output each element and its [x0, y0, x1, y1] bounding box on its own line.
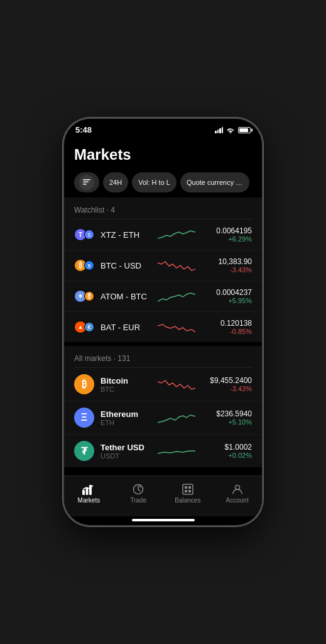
xtz-secondary-icon: Ξ [84, 230, 94, 240]
btc-change: -3.43% [202, 266, 252, 274]
watchlist-title: Watchlist · 4 [74, 206, 115, 214]
bitcoin-icon: ₿ [74, 374, 94, 394]
xtz-eth-icons: T Ξ [74, 228, 94, 241]
watchlist-section: Watchlist · 4 T Ξ XTZ - ETH 0.0064195 [64, 197, 262, 342]
bat-eur-icons: ▲ € [74, 321, 94, 333]
svg-rect-3 [82, 490, 85, 495]
ethereum-price: $236.5940 [202, 409, 252, 418]
trade-icon [133, 484, 144, 495]
account-icon [232, 484, 243, 495]
bat-secondary-icon: € [84, 322, 94, 332]
nav-trade[interactable]: Trade [114, 481, 163, 506]
status-icons [215, 127, 251, 133]
svg-rect-1 [83, 182, 89, 183]
ethereum-chart [158, 409, 195, 426]
all-markets-row-tether[interactable]: ₮ Tether USD USDT $1.0002 +0.02% [64, 434, 262, 467]
xtz-chart [158, 226, 195, 243]
btc-price: 10,383.90 [202, 257, 252, 266]
ethereum-change: +5.10% [202, 418, 252, 426]
ethereum-price-block: $236.5940 +5.10% [202, 409, 252, 426]
period-filter-button[interactable]: 24H [103, 172, 128, 192]
all-markets-row-ethereum[interactable]: Ξ Ethereum ETH $236.5940 +5.10% [64, 401, 262, 434]
all-markets-header: All markets · 131 [64, 346, 262, 367]
bat-chart [158, 318, 195, 336]
quote-currency-button[interactable]: Quote currency · Al [180, 172, 249, 192]
bat-price-block: 0.120138 -0.85% [202, 319, 252, 335]
nav-markets-label: Markets [78, 497, 101, 504]
xtz-price-block: 0.0064195 +6.29% [202, 226, 252, 243]
phone-shell: 5:48 Markets [63, 118, 263, 526]
nav-markets[interactable]: Markets [64, 481, 114, 506]
bitcoin-price: $9,455.2400 [202, 376, 252, 385]
nav-balances[interactable]: Balances [163, 481, 213, 506]
svg-rect-10 [185, 490, 187, 492]
bitcoin-name-block: Bitcoin BTC [101, 376, 151, 393]
bat-price: 0.120138 [202, 319, 252, 328]
atom-btc-pair: ATOM - BTC [101, 292, 151, 301]
watchlist-row-xtz[interactable]: T Ξ XTZ - ETH 0.0064195 +6.29% [64, 219, 262, 250]
sort-filter-button[interactable]: Vol: H to L [132, 172, 177, 192]
nav-account-label: Account [226, 497, 249, 504]
svg-rect-8 [185, 486, 187, 489]
bitcoin-change: -3.43% [202, 385, 252, 392]
atom-secondary-icon: ₿ [84, 291, 94, 301]
xtz-price: 0.0064195 [202, 226, 252, 235]
svg-rect-11 [188, 490, 191, 492]
tether-symbol: USDT [101, 452, 151, 460]
battery-icon [238, 127, 251, 133]
status-time: 5:48 [75, 125, 92, 135]
watchlist-row-bat[interactable]: ▲ € BAT - EUR 0.120138 -0.85% [64, 311, 262, 342]
tether-name: Tether USD [101, 443, 151, 452]
all-markets-section: All markets · 131 ₿ Bitcoin BTC $9,455.2… [64, 346, 262, 467]
btc-usd-icons: ₿ $ [74, 259, 94, 272]
watchlist-header: Watchlist · 4 [64, 197, 262, 219]
filter-icon-button[interactable] [74, 172, 99, 192]
all-markets-title: All markets · 131 [74, 354, 130, 363]
atom-price: 0.0004237 [202, 288, 252, 297]
all-markets-row-bitcoin[interactable]: ₿ Bitcoin BTC $9,455.2400 -3.43% [64, 368, 262, 401]
svg-rect-7 [183, 484, 193, 494]
menu-lines-icon [83, 179, 90, 186]
svg-rect-0 [83, 179, 90, 180]
markets-icon [82, 484, 95, 495]
bitcoin-price-block: $9,455.2400 -3.43% [202, 376, 252, 392]
watchlist-row-btc[interactable]: ₿ $ BTC - USD 10,383.90 -3.43% [64, 250, 262, 280]
tether-price-block: $1.0002 +0.02% [202, 443, 252, 459]
filter-row: 24H Vol: H to L Quote currency · Al [64, 169, 262, 197]
home-bar [132, 519, 195, 521]
tether-change: +0.02% [202, 452, 252, 459]
page-title: Markets [74, 146, 252, 164]
watchlist-row-atom[interactable]: ⚛ ₿ ATOM - BTC 0.0004237 +5.95% [64, 280, 262, 311]
svg-rect-9 [188, 486, 191, 489]
btc-secondary-icon: $ [84, 260, 94, 270]
nav-trade-label: Trade [130, 497, 146, 504]
tether-price: $1.0002 [202, 443, 252, 452]
ethereum-icon: Ξ [74, 408, 94, 428]
wifi-icon [226, 127, 235, 133]
signal-bars-icon [215, 127, 223, 133]
scroll-area[interactable]: Watchlist · 4 T Ξ XTZ - ETH 0.0064195 [64, 197, 262, 475]
svg-rect-4 [86, 487, 89, 495]
bat-change: -0.85% [202, 328, 252, 335]
tether-chart [158, 442, 195, 460]
ethereum-name: Ethereum [101, 409, 151, 419]
atom-change: +5.95% [202, 297, 252, 304]
btc-usd-pair: BTC - USD [101, 261, 151, 270]
xtz-eth-pair: XTZ - ETH [101, 230, 151, 240]
bitcoin-symbol: BTC [101, 386, 151, 393]
balances-icon [182, 484, 193, 495]
atom-btc-icons: ⚛ ₿ [74, 290, 94, 303]
app-content: Markets 24H Vol: H to L Quote currency ·… [64, 138, 262, 516]
ethereum-name-block: Ethereum ETH [101, 409, 151, 426]
atom-price-block: 0.0004237 +5.95% [202, 288, 252, 304]
svg-rect-2 [83, 184, 87, 185]
dynamic-island [138, 124, 188, 139]
nav-balances-label: Balances [175, 497, 200, 504]
xtz-change: +6.29% [202, 235, 252, 243]
nav-account[interactable]: Account [212, 481, 262, 506]
bottom-nav: Markets Trade Balances [64, 475, 262, 516]
svg-rect-5 [89, 485, 92, 495]
tether-icon: ₮ [74, 441, 94, 461]
tether-name-block: Tether USD USDT [101, 443, 151, 460]
bat-eur-pair: BAT - EUR [101, 323, 151, 332]
